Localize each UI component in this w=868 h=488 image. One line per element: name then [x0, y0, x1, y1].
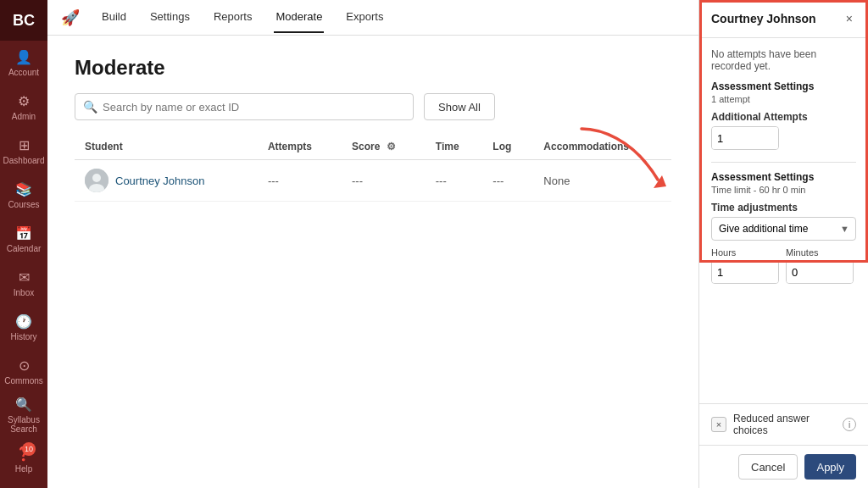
panel-divider — [711, 162, 856, 163]
reduced-label: Reduced answer choices — [733, 413, 836, 436]
page-title: Moderate — [75, 56, 671, 80]
svg-point-1 — [92, 174, 101, 182]
panel-section-1: Assessment Settings 1 attempt Additional… — [711, 80, 856, 150]
additional-attempts-label: Additional Attempts — [711, 111, 856, 123]
minutes-spinner: ▲ ▼ — [786, 260, 854, 284]
rocket-icon: 🚀 — [61, 8, 80, 27]
student-link[interactable]: Courtney Johnson — [85, 169, 248, 192]
search-input-wrap: 🔍 — [75, 93, 414, 120]
avatar-svg — [85, 169, 108, 192]
nav-exports[interactable]: Exports — [344, 2, 385, 33]
time-adjustments-label: Time adjustments — [711, 202, 856, 214]
sidebar-user-avatar[interactable]: BC — [0, 481, 47, 488]
show-all-button[interactable]: Show All — [424, 93, 495, 120]
topnav: 🚀 Build Settings Reports Moderate Export… — [47, 0, 698, 36]
cancel-button[interactable]: Cancel — [738, 454, 798, 480]
minutes-col: Minutes ▲ ▼ — [786, 247, 854, 291]
student-cell: Courtney Johnson — [75, 160, 258, 202]
dashboard-icon: ⊞ — [19, 137, 30, 153]
hours-spinner: ▲ ▼ — [711, 260, 779, 284]
sidebar-item-syllabus-search[interactable]: 🔍 Syllabus Search — [0, 393, 47, 437]
hours-label: Hours — [711, 247, 779, 258]
admin-icon: ⚙ — [18, 93, 30, 109]
section2-sub: Time limit - 60 hr 0 min — [711, 185, 856, 195]
col-accommodations: Accommodations — [533, 134, 671, 160]
info-icon[interactable]: i — [843, 418, 856, 431]
nav-settings[interactable]: Settings — [148, 2, 192, 33]
right-panel: Courtney Johnson × No attempts have been… — [698, 0, 868, 488]
section1-title: Assessment Settings — [711, 80, 856, 92]
sidebar-item-calendar[interactable]: 📅 Calendar — [0, 217, 47, 261]
table-row: Courtney Johnson --- --- --- --- None — [75, 160, 671, 202]
score-cell: --- — [342, 160, 426, 202]
content-area: Moderate 🔍 Show All Student Attempts Sco… — [47, 36, 698, 488]
panel-header: Courtney Johnson × — [699, 0, 868, 38]
main-wrapper: 🚀 Build Settings Reports Moderate Export… — [47, 0, 698, 488]
sidebar-item-label: Syllabus Search — [3, 415, 44, 434]
panel-footer: Cancel Apply — [699, 445, 868, 488]
history-icon: 🕐 — [15, 313, 32, 330]
help-badge: 10 — [22, 442, 36, 456]
accommodations-cell: None — [533, 160, 671, 202]
col-score: Score ⚙ — [342, 134, 426, 160]
search-icon: 🔍 — [83, 100, 97, 114]
sidebar-item-label: Dashboard — [3, 156, 45, 165]
hours-col: Hours ▲ ▼ — [711, 247, 779, 291]
panel-title: Courtney Johnson — [711, 12, 816, 25]
time-cell: --- — [426, 160, 483, 202]
courses-icon: 📚 — [15, 181, 32, 197]
attempts-cell: --- — [258, 160, 342, 202]
panel-section-2: Assessment Settings Time limit - 60 hr 0… — [711, 171, 856, 291]
log-cell: --- — [482, 160, 533, 202]
nav-moderate[interactable]: Moderate — [274, 2, 324, 33]
sidebar-item-label: Help — [15, 464, 33, 474]
time-dropdown[interactable]: Give additional time No extra time Set c… — [711, 217, 856, 241]
sidebar-item-label: Account — [8, 68, 39, 77]
score-filter-icon[interactable]: ⚙ — [387, 141, 396, 152]
sidebar-logo: BC — [0, 0, 47, 41]
time-row: Hours ▲ ▼ Minutes ▲ — [711, 247, 856, 291]
sidebar-item-courses[interactable]: 📚 Courses — [0, 173, 47, 217]
nav-build[interactable]: Build — [100, 2, 128, 33]
sidebar-item-admin[interactable]: ⚙ Admin — [0, 85, 47, 129]
sidebar-item-account[interactable]: 👤 Account — [0, 41, 47, 85]
additional-attempts-input[interactable] — [712, 127, 779, 149]
student-name: Courtney Johnson — [115, 175, 205, 187]
sidebar-item-commons[interactable]: ⊙ Commons — [0, 349, 47, 393]
account-icon: 👤 — [15, 49, 32, 65]
section2-title: Assessment Settings — [711, 171, 856, 183]
table-header-row: Student Attempts Score ⚙ Time Log Accomm… — [75, 134, 671, 160]
sidebar-item-dashboard[interactable]: ⊞ Dashboard — [0, 129, 47, 173]
sidebar-item-inbox[interactable]: ✉ Inbox — [0, 261, 47, 305]
col-log: Log — [482, 134, 533, 160]
search-input[interactable] — [75, 93, 414, 120]
students-table: Student Attempts Score ⚙ Time Log Accomm… — [75, 134, 671, 202]
minutes-input[interactable] — [787, 261, 854, 283]
col-time: Time — [426, 134, 483, 160]
sidebar-item-label: Courses — [8, 200, 39, 209]
panel-close-button[interactable]: × — [843, 10, 856, 27]
sidebar-item-label: History — [10, 332, 36, 341]
apply-button[interactable]: Apply — [804, 454, 856, 480]
sidebar-item-label: Inbox — [14, 288, 34, 297]
sidebar-item-label: Admin — [12, 112, 36, 121]
col-student: Student — [75, 134, 258, 160]
sidebar-item-label: Commons — [4, 376, 43, 385]
panel-body: No attempts have been recorded yet. Asse… — [699, 38, 868, 403]
sidebar-item-history[interactable]: 🕐 History — [0, 305, 47, 349]
sidebar-item-label: Calendar — [7, 244, 42, 253]
sidebar: BC 👤 Account ⚙ Admin ⊞ Dashboard 📚 Cours… — [0, 0, 47, 488]
calendar-icon: 📅 — [15, 225, 32, 241]
hours-input[interactable] — [712, 261, 779, 283]
student-avatar — [85, 169, 108, 192]
sidebar-item-help[interactable]: ❓ 10 Help — [0, 437, 47, 481]
reduced-remove-button[interactable]: × — [711, 417, 726, 432]
section1-sub: 1 attempt — [711, 94, 856, 104]
commons-icon: ⊙ — [19, 358, 30, 374]
students-table-wrap: Student Attempts Score ⚙ Time Log Accomm… — [75, 134, 671, 202]
additional-attempts-spinner: ▲ ▼ — [711, 126, 779, 150]
minutes-label: Minutes — [786, 247, 854, 258]
time-dropdown-wrap: Give additional time No extra time Set c… — [711, 217, 856, 241]
reduced-row: × Reduced answer choices i — [699, 403, 868, 445]
nav-reports[interactable]: Reports — [212, 2, 254, 33]
